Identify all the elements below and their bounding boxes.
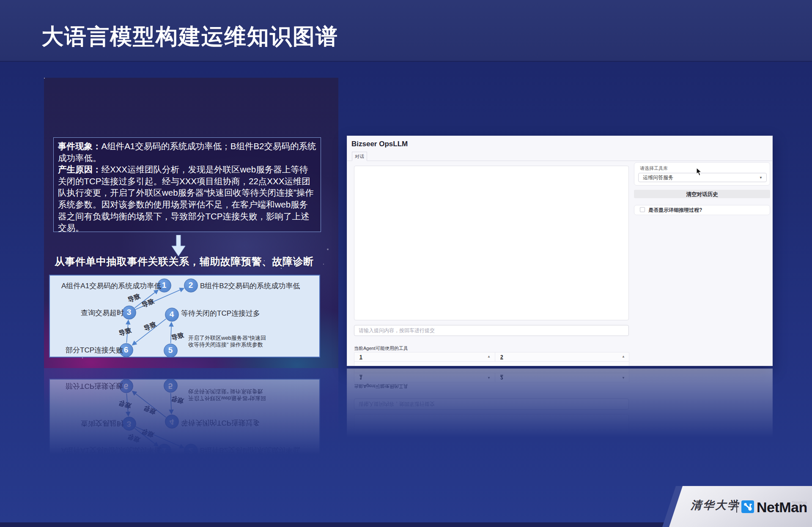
incident-card: 事件现象：A组件A1交易码的系统成功率低；B组件B2交易码的系统成功率低。 产生… — [53, 137, 321, 232]
edge-5-4-arrowhead — [170, 322, 173, 326]
tool-select-label: 请选择工具库 — [640, 165, 668, 172]
graph-node-5: 5 — [164, 344, 178, 358]
edge-6-3-arrowhead — [126, 320, 130, 324]
graph-node-4: 4 — [165, 308, 179, 322]
reflection-tool-accordion-2-label: 2 — [500, 374, 503, 380]
node-5-label: 开启了外联区web服务器“快速回收等待关闭连接” 操作系统参数 — [188, 335, 269, 348]
mouse-cursor-icon — [696, 167, 703, 177]
down-arrow-shape — [172, 235, 185, 256]
node-3-number: 3 — [127, 308, 132, 317]
graph-node-2: 2 — [184, 279, 198, 292]
tool-accordion-2[interactable]: 2 ▲ — [495, 352, 629, 362]
slide-header: 大语言模型构建运维知识图谱 — [0, 0, 812, 62]
reflection-agent-tools-accordion: 1 ▲ 2 ▲ — [354, 369, 629, 382]
node-2-label: B组件B2交易码的系统成功率低 — [200, 281, 300, 291]
chevron-down-icon: ▼ — [759, 173, 763, 182]
reflection-agent-tools-label: 当前Agent可能使用的工具 — [354, 383, 408, 389]
node-6-number: 6 — [124, 345, 129, 355]
footer-divider — [736, 500, 737, 513]
reflection-tool-accordion-1-label: 1 — [359, 374, 362, 380]
node-4-label: 等待关闭的TCP连接过多 — [181, 309, 260, 318]
node-3-label: 查询交易超时 — [81, 308, 124, 318]
agent-tools-label: 当前Agent可能使用的工具 — [354, 345, 408, 352]
chevron-up-icon: ▲ — [622, 355, 625, 358]
incident-cause: 产生原因：经XXX运维团队分析，发现是外联区web服务器上等待关闭的TCP连接过… — [58, 164, 316, 234]
cause-label: 产生原因： — [58, 164, 102, 174]
phenomenon-label: 事件现象： — [58, 141, 102, 151]
tsinghua-university-logo: 清华大学 — [691, 498, 740, 513]
reflection-chevron-up-icon: ▲ — [487, 376, 491, 380]
clear-history-button[interactable]: 清空对话历史 — [634, 190, 770, 198]
reflection-chevron-up-icon: ▲ — [622, 376, 625, 380]
reflection-tool-accordion-1: 1 ▲ — [354, 373, 495, 382]
graph-node-3: 3 — [122, 306, 136, 319]
texture-reflection-glow — [44, 368, 338, 474]
tool-accordion-1-label: 1 — [359, 354, 362, 360]
edge-3-2-arrowhead — [180, 288, 184, 292]
tool-accordion-2-label: 2 — [500, 354, 503, 360]
opsllm-app-window: Bizseer OpsLLM 对话 请选择工具库 运维问答服务 ▼ 清空对话历史… — [347, 136, 773, 366]
chevron-up-icon: ▲ — [487, 355, 491, 358]
tool-accordion-1[interactable]: 1 ▲ — [354, 352, 495, 362]
slide-title: 大语言模型构建运维知识图谱 — [41, 22, 338, 52]
netman-tsinghua-superscript: Tsinghua — [792, 500, 807, 505]
node-1-label: A组件A1交易码的系统成功率低 — [61, 281, 161, 291]
node-5-number: 5 — [168, 346, 173, 355]
show-reasoning-checkbox[interactable] — [640, 207, 645, 212]
slide-canvas: 大语言模型构建运维知识图谱 事件现象：A组件A1交易码的系统成功率低；B组件B2… — [0, 0, 812, 527]
sparkles-decoration — [44, 78, 45, 79]
tab-row-divider — [347, 161, 772, 161]
show-reasoning-label: 是否显示详细推理过程? — [648, 207, 702, 214]
causal-graph-card: 1 2 3 4 5 6 A组件A1交易码的系统成功率低 B组件B2交易码的系统成… — [49, 275, 320, 358]
node-4-number: 4 — [170, 310, 174, 319]
node-6-label: 部分TCP连接失败 — [66, 345, 123, 355]
tab-dialogue[interactable]: 对话 — [352, 152, 367, 161]
reflection-prompt-input — [354, 399, 629, 410]
cursor-arrow-shape — [697, 168, 701, 175]
prompt-input[interactable] — [354, 325, 629, 336]
down-arrow-icon — [171, 235, 186, 257]
edge-4-6-arrowhead — [132, 341, 137, 345]
app-title: Bizseer OpsLLM — [351, 140, 408, 148]
incident-phenomenon: 事件现象：A组件A1交易码的系统成功率低；B组件B2交易码的系统成功率低。 — [58, 140, 316, 164]
agent-tools-accordion: 1 ▲ 2 ▲ — [354, 352, 629, 366]
node-2-number: 2 — [189, 281, 193, 290]
cause-text: 经XXX运维团队分析，发现是外联区web服务器上等待关闭的TCP连接过多引起。经… — [58, 164, 314, 232]
reflection-tool-accordion-2: 2 ▲ — [495, 373, 629, 382]
tool-select-value: 运维问答服务 — [643, 175, 673, 180]
extract-heading: 从事件单中抽取事件关联关系，辅助故障预警、故障诊断 — [55, 255, 314, 268]
node-1-number: 1 — [162, 281, 167, 290]
reflection-chat-history-area — [354, 414, 629, 527]
chat-history-area — [354, 166, 629, 320]
netman-logo-icon — [741, 500, 754, 513]
